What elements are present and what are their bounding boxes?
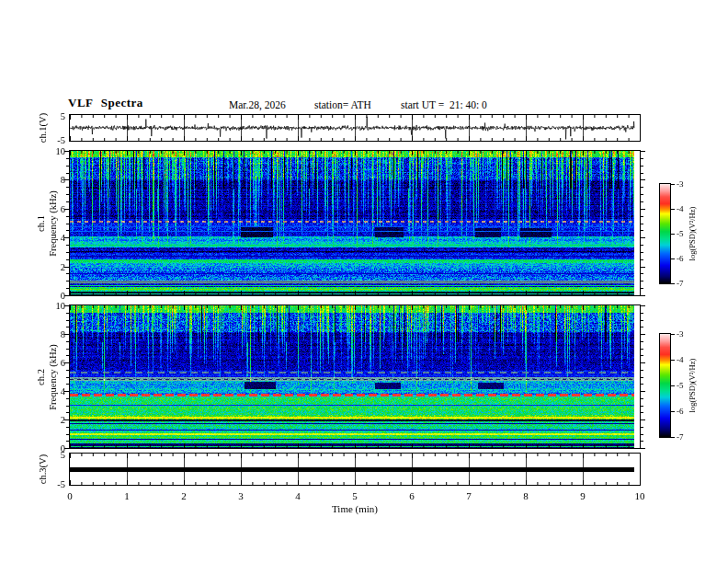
ch3-voltage-panel — [69, 453, 641, 486]
date-label: Mar.28, 2026 — [229, 99, 286, 110]
ch2-spectrogram-panel — [69, 304, 641, 449]
station-label: station= ATH — [314, 99, 371, 110]
ch3-voltage-axis-label: ch.3(V) — [38, 454, 48, 484]
freq-tick-label: 2 — [61, 261, 65, 271]
time-tick-label: 3 — [238, 490, 244, 501]
time-tick-label: 10 — [635, 490, 645, 501]
time-tick-label: 2 — [181, 490, 187, 501]
freq-tick-label: 6 — [61, 358, 65, 368]
colorbar-tick-label: -4 — [677, 355, 684, 364]
ch1-frequency-axis-label: Frequency (kHz) — [48, 190, 58, 256]
time-tick-label: 7 — [466, 490, 472, 501]
volt-tick-label: -5 — [57, 479, 65, 489]
colorbar-tick-label: -4 — [677, 204, 684, 213]
colorbar-tick-label: -6 — [677, 254, 684, 263]
time-tick-label: 9 — [580, 490, 586, 501]
time-tick-label: 6 — [409, 490, 415, 501]
figure-title: VLF Spectra — [68, 96, 143, 110]
colorbar-tick-label: -6 — [677, 407, 684, 416]
colorbar-tick-label: -5 — [677, 229, 684, 238]
freq-tick-label: 4 — [61, 233, 65, 243]
time-tick-label: 4 — [295, 490, 301, 501]
ch1-spectrogram-panel — [69, 150, 641, 296]
volt-tick-label: 5 — [61, 111, 65, 121]
freq-tick-label: 10 — [56, 301, 66, 311]
ch1-voltage-panel — [69, 114, 641, 142]
time-tick-label: 1 — [124, 490, 130, 501]
freq-tick-label: 0 — [61, 291, 65, 301]
colorbar-tick-label: -7 — [677, 432, 684, 442]
time-tick-label: 8 — [523, 490, 529, 501]
colorbar-ch2 — [659, 333, 671, 438]
colorbar-tick-label: -3 — [677, 329, 684, 339]
colorbar-tick-label: -7 — [677, 279, 684, 288]
start-ut-label: start UT = 21: 40: 0 — [401, 99, 487, 110]
time-tick-label: 0 — [67, 490, 73, 501]
ch1-voltage-axis-label: ch.1(V) — [38, 113, 48, 143]
volt-tick-label: -5 — [57, 135, 65, 145]
colorbar-tick-label: -5 — [677, 381, 684, 390]
freq-tick-label: 8 — [61, 175, 65, 185]
colorbar1-label: log(PSD)(V²/Hz) — [688, 207, 697, 261]
colorbar-tick-label: -3 — [677, 179, 684, 189]
colorbar-ch1 — [659, 183, 671, 284]
freq-tick-label: 8 — [61, 329, 65, 339]
volt-tick-label: 5 — [61, 450, 65, 460]
ch2-channel-label: ch.2 — [36, 369, 46, 385]
freq-tick-label: 4 — [61, 386, 65, 396]
freq-tick-label: 6 — [61, 203, 65, 213]
ch2-frequency-axis-label: Frequency (kHz) — [48, 344, 58, 409]
vlf-spectra-figure: VLF Spectra Mar.28, 2026 station= ATH st… — [0, 0, 728, 563]
freq-tick-label: 2 — [61, 415, 65, 425]
ch1-channel-label: ch.1 — [36, 215, 46, 232]
time-tick-label: 5 — [352, 490, 358, 501]
colorbar2-label: log(PSD)(V²/Hz) — [688, 359, 697, 413]
time-axis-label: Time (min) — [332, 503, 378, 514]
freq-tick-label: 10 — [56, 146, 66, 156]
